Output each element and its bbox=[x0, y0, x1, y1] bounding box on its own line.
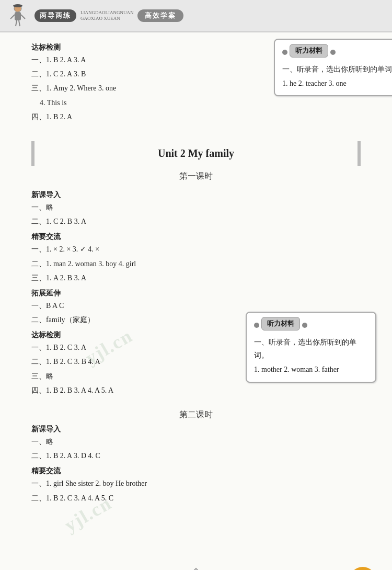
lesson1-left: 新课导入 一、略 二、1. C 2. B 3. A 精要交流 一、1. × 2.… bbox=[31, 186, 246, 398]
listen-dot-1 bbox=[282, 50, 287, 55]
section-left: 达标检测 一、1. B 2. A 3. A 二、1. C 2. A 3. B 三… bbox=[31, 39, 246, 124]
listen2-text2: 1. mother 2. woman 3. father bbox=[254, 363, 368, 376]
l2s1-line2: 二、1. B 2. A 3. D 4. C bbox=[31, 449, 361, 462]
section-dabi-jiance: 达标检测 一、1. B 2. A 3. A 二、1. C 2. A 3. B 三… bbox=[31, 39, 361, 124]
header-subtitle: LIANGDAOLIANGNUAN GAOXIAO XUEAN bbox=[80, 10, 133, 21]
section1-line5: 四、1. B 2. A bbox=[31, 110, 246, 123]
header: 两导两练 LIANGDAOLIANGNUAN GAOXIAO XUEAN 高效学… bbox=[0, 0, 392, 32]
listen-dot-4 bbox=[302, 323, 307, 328]
listen-dot-2 bbox=[330, 50, 336, 55]
lesson1-section1-title: 新课导入 bbox=[31, 190, 246, 200]
section1-line4: 4. This is bbox=[31, 96, 246, 109]
svg-line-2 bbox=[10, 15, 15, 19]
l1s3-line1: 一、B A C bbox=[31, 299, 246, 312]
listen2-text1: 一、听录音，选出你所听到的单词。 bbox=[254, 336, 368, 362]
main-content: yjl.cn yjl.cn 达标检测 一、1. B 2. A 3. A 二、1.… bbox=[0, 32, 392, 570]
l1s1-line1: 一、略 bbox=[31, 201, 246, 214]
section1-line1: 一、1. B 2. A 3. A bbox=[31, 53, 246, 66]
listen-box-title-2: 听力材料 bbox=[261, 317, 300, 330]
section1-line3: 三、1. Amy 2. Where 3. one bbox=[31, 82, 246, 95]
header-badge1: 两导两练 bbox=[34, 9, 76, 22]
l2s2-line2: 二、1. B 2. C 3. A 4. A 5. C bbox=[31, 492, 361, 505]
header-badge2: 高效学案 bbox=[137, 9, 183, 22]
svg-rect-1 bbox=[15, 12, 21, 20]
svg-line-5 bbox=[19, 20, 20, 26]
l1s3-line2: 二、family（家庭） bbox=[31, 313, 246, 326]
section-title-1: 达标检测 bbox=[31, 43, 246, 52]
listen1-text2: 1. he 2. teacher 3. one bbox=[282, 77, 392, 90]
l1s4-line1: 一、1. B 2. C 3. A bbox=[31, 341, 246, 354]
l2s1-line1: 一、略 bbox=[31, 435, 361, 448]
unit-title: Unit 2 My family bbox=[34, 147, 358, 159]
svg-line-3 bbox=[21, 15, 25, 19]
section1-line2: 二、1. C 2. A 3. B bbox=[31, 67, 246, 81]
l2s2-line1: 一、1. girl She sister 2. boy He brother bbox=[31, 477, 361, 490]
lesson2-section2-title: 精要交流 bbox=[31, 466, 361, 476]
listen-box-title-1: 听力材料 bbox=[290, 44, 328, 58]
listen-title-row-1: 听力材料 bbox=[282, 44, 392, 61]
listen-title-row-2: 听力材料 bbox=[254, 317, 368, 334]
l1s4-line2: 二、1. B 2. C 3. B 4. A bbox=[31, 355, 246, 368]
lesson2-section1-title: 新课导入 bbox=[31, 425, 361, 434]
l1s2-line3: 三、1. A 2. B 3. A bbox=[31, 271, 246, 284]
lesson1-content: 新课导入 一、略 二、1. C 2. B 3. A 精要交流 一、1. × 2.… bbox=[31, 186, 361, 398]
listen1-text1: 一、听录音，选出你所听到的单词。 bbox=[282, 63, 392, 76]
l1s2-line1: 一、1. × 2. × 3. ✓ 4. × bbox=[31, 243, 246, 256]
lesson1-title: 第一课时 bbox=[31, 171, 361, 182]
lesson1-section2-title: 精要交流 bbox=[31, 232, 246, 242]
svg-rect-7 bbox=[16, 5, 20, 7]
listen-material-box-1: 听力材料 一、听录音，选出你所听到的单词。 1. he 2. teacher 3… bbox=[274, 39, 392, 96]
lesson2-title: 第二课时 bbox=[31, 409, 361, 420]
l1s4-line4: 四、1. B 2. B 3. A 4. A 5. A bbox=[31, 384, 246, 397]
logo-character bbox=[5, 3, 30, 28]
listen-material-box-2: 听力材料 一、听录音，选出你所听到的单词。 1. mother 2. woman… bbox=[246, 312, 376, 383]
l1s4-line3: 三、略 bbox=[31, 370, 246, 383]
lesson1-section3-title: 拓展延伸 bbox=[31, 289, 246, 298]
listen-dot-3 bbox=[254, 323, 259, 328]
svg-line-4 bbox=[16, 20, 17, 26]
unit-title-section: Unit 2 My family bbox=[31, 141, 361, 166]
lesson1-section4-title: 达标检测 bbox=[31, 330, 246, 340]
l1s1-line2: 二、1. C 2. B 3. A bbox=[31, 215, 246, 228]
l1s2-line2: 二、1. man 2. woman 3. boy 4. girl bbox=[31, 257, 246, 270]
